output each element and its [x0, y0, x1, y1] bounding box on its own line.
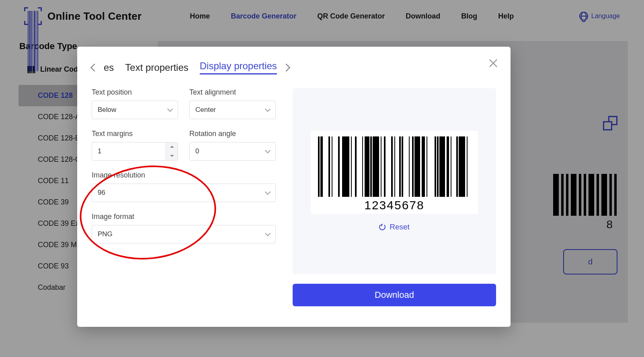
stepper-down-icon[interactable]: [166, 151, 178, 160]
chevron-down-icon: [265, 148, 271, 153]
chevron-down-icon: [265, 189, 271, 195]
label-text-margins: Text margins: [92, 130, 178, 138]
modal-tabs: es Text properties Display properties: [92, 60, 496, 74]
chevron-down-icon: [167, 106, 173, 112]
label-rotation-angle: Rotation angle: [189, 130, 276, 138]
download-button[interactable]: Download: [293, 284, 496, 306]
select-image-format[interactable]: PNG: [92, 225, 276, 244]
tab-truncated[interactable]: es: [104, 62, 114, 73]
tab-display-properties[interactable]: Display properties: [200, 60, 277, 74]
settings-modal: es Text properties Display properties Te…: [77, 47, 511, 327]
label-text-position: Text position: [92, 88, 178, 97]
select-image-resolution[interactable]: 96: [92, 184, 276, 202]
tab-scroll-left-icon[interactable]: [90, 64, 98, 72]
label-text-alignment: Text alignment: [189, 88, 276, 97]
label-image-resolution: Image resolution: [92, 171, 276, 180]
select-rotation-angle-value: 0: [195, 147, 199, 155]
tab-text-properties[interactable]: Text properties: [125, 62, 188, 73]
label-image-format: Image format: [92, 213, 276, 221]
tab-scroll-right-icon[interactable]: [282, 64, 290, 72]
select-image-format-value: PNG: [98, 230, 113, 238]
reset-button[interactable]: Reset: [379, 223, 410, 231]
close-icon[interactable]: [488, 58, 498, 68]
chevron-down-icon: [265, 231, 271, 236]
select-text-alignment[interactable]: Center: [189, 101, 276, 119]
barcode-preview: 12345678 Reset: [293, 88, 496, 274]
barcode-text: 12345678: [364, 198, 424, 212]
reset-label: Reset: [390, 223, 410, 231]
select-text-position[interactable]: Below: [92, 101, 178, 119]
barcode-image: 12345678: [311, 131, 478, 214]
stepper-up-icon[interactable]: [166, 142, 178, 151]
chevron-down-icon: [265, 106, 271, 112]
input-text-margins-value: 1: [98, 147, 101, 155]
select-text-alignment-value: Center: [195, 106, 216, 114]
reset-icon: [379, 224, 386, 230]
select-text-position-value: Below: [98, 106, 116, 114]
select-rotation-angle[interactable]: 0: [189, 142, 276, 161]
input-text-margins[interactable]: 1: [92, 142, 178, 161]
select-image-resolution-value: 96: [98, 189, 105, 197]
